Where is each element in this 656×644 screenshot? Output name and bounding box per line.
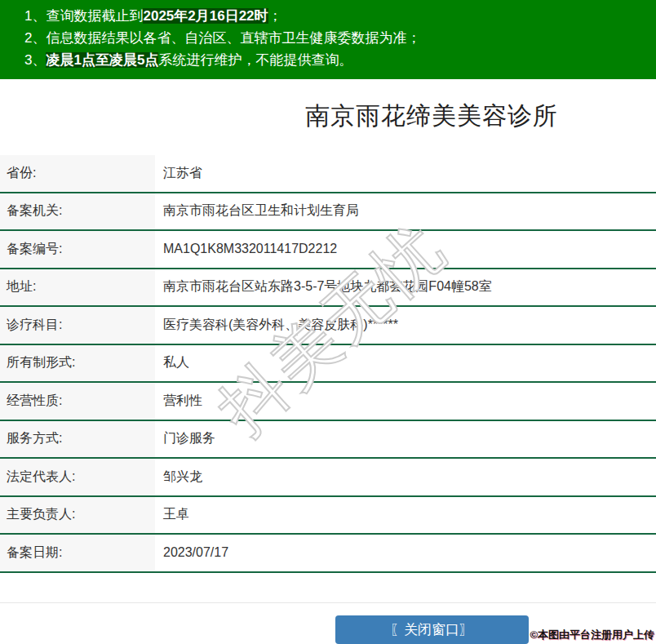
notice-text: 系统进行维护，不能提供查询。 (158, 52, 352, 68)
notice-line: 1、查询数据截止到2025年2月16日22时； (24, 5, 656, 27)
row-value: 门诊服务 (155, 421, 656, 458)
table-spacer-row (0, 573, 656, 603)
row-label: 服务方式: (0, 421, 155, 458)
row-label: 主要负责人: (0, 497, 155, 534)
row-value: 南京市雨花台区站东路3-5-7号地块九都荟花园F04幢58室 (155, 269, 656, 306)
notice-banner: 1、查询数据截止到2025年2月16日22时；2、信息数据结果以各省、自治区、直… (0, 0, 656, 79)
row-value: 邹兴龙 (155, 459, 656, 495)
row-value: MA1Q1K8M332011417D2212 (155, 231, 656, 268)
row-label: 备案编号: (0, 231, 155, 268)
table-row: 服务方式: 门诊服务 (0, 421, 656, 460)
row-label: 诊疗科目: (0, 307, 155, 344)
row-label: 备案日期: (0, 535, 155, 571)
row-value: 私人 (155, 345, 656, 382)
row-value: 江苏省 (155, 155, 656, 192)
page-title: 南京雨花缔美美容诊所 (305, 102, 558, 129)
row-value: 2023/07/17 (155, 535, 656, 571)
row-value: 王卓 (155, 497, 656, 534)
row-value: 营利性 (155, 383, 656, 420)
table-row: 地址: 南京市雨花台区站东路3-5-7号地块九都荟花园F04幢58室 (0, 269, 656, 308)
row-label: 地址: (0, 269, 155, 306)
notice-line: 3、凌晨1点至凌晨5点系统进行维护，不能提供查询。 (24, 49, 656, 71)
row-label: 省份: (0, 155, 155, 192)
notice-text: 查询数据截止到 (46, 8, 143, 24)
notice-number: 2、 (24, 30, 46, 46)
row-label: 法定代表人: (0, 459, 155, 495)
notice-highlight: 2025年2月16日22时 (143, 8, 268, 24)
table-row: 备案机关: 南京市雨花台区卫生和计划生育局 (0, 193, 656, 232)
row-label: 所有制形式: (0, 345, 155, 382)
table-row: 诊疗科目: 医疗美容科(美容外科、美容皮肤科)****** (0, 307, 656, 345)
notice-number: 3、 (24, 52, 46, 68)
table-row: 省份: 江苏省 (0, 155, 656, 193)
notice-number: 1、 (24, 8, 46, 24)
table-row: 主要负责人: 王卓 (0, 497, 656, 535)
row-label: 经营性质: (0, 383, 155, 420)
row-label: 备案机关: (0, 193, 155, 230)
notice-text: ； (268, 8, 282, 24)
copyright-stamp: ©本图由平台注册用户上传 (530, 628, 654, 642)
table-row: 备案编号: MA1Q1K8M332011417D2212 (0, 231, 656, 269)
notice-text: 信息数据结果以各省、自治区、直辖市卫生健康委数据为准； (46, 30, 420, 46)
notice-line: 2、信息数据结果以各省、自治区、直辖市卫生健康委数据为准； (24, 27, 656, 49)
table-row: 法定代表人: 邹兴龙 (0, 459, 656, 497)
notice-highlight: 凌晨1点至凌晨5点 (46, 52, 158, 68)
close-window-button[interactable]: 〖关闭窗口〗 (335, 615, 529, 644)
row-value: 南京市雨花台区卫生和计划生育局 (155, 193, 656, 230)
table-row: 经营性质: 营利性 (0, 383, 656, 421)
row-value: 医疗美容科(美容外科、美容皮肤科)****** (155, 307, 656, 344)
table-row: 所有制形式: 私人 (0, 345, 656, 384)
registration-table: 省份: 江苏省 备案机关: 南京市雨花台区卫生和计划生育局 备案编号: MA1Q… (0, 155, 656, 573)
title-area: 南京雨花缔美美容诊所 (0, 79, 656, 155)
table-row: 备案日期: 2023/07/17 (0, 535, 656, 573)
